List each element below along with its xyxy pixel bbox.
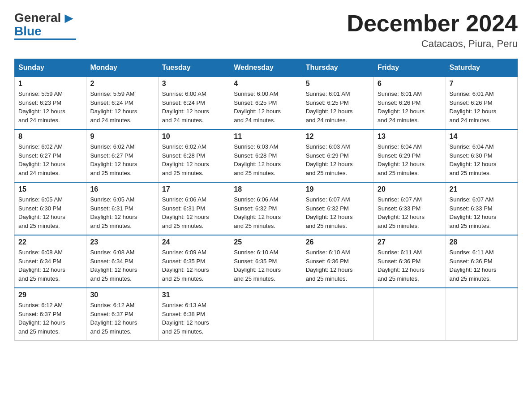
table-row: 7 Sunrise: 6:01 AMSunset: 6:26 PMDayligh…	[446, 77, 517, 129]
day-info: Sunrise: 6:02 AMSunset: 6:27 PMDaylight:…	[18, 143, 65, 176]
table-row: 26 Sunrise: 6:10 AMSunset: 6:36 PMDaylig…	[302, 235, 373, 288]
day-info: Sunrise: 6:06 AMSunset: 6:32 PMDaylight:…	[234, 196, 281, 229]
day-number: 5	[306, 80, 370, 88]
calendar-table: Sunday Monday Tuesday Wednesday Thursday…	[14, 59, 518, 341]
header-wednesday: Wednesday	[230, 59, 302, 77]
table-row: 13 Sunrise: 6:04 AMSunset: 6:29 PMDaylig…	[374, 129, 446, 182]
table-row	[302, 288, 373, 341]
title-block: December 2024 Catacaos, Piura, Peru	[347, 11, 518, 50]
logo-line1: General►	[14, 11, 76, 25]
day-number: 9	[90, 133, 154, 141]
calendar-week-row: 22 Sunrise: 6:08 AMSunset: 6:34 PMDaylig…	[15, 235, 518, 288]
day-number: 25	[234, 238, 298, 246]
day-info: Sunrise: 5:59 AMSunset: 6:23 PMDaylight:…	[18, 90, 65, 124]
table-row: 24 Sunrise: 6:09 AMSunset: 6:35 PMDaylig…	[158, 235, 230, 288]
day-number: 13	[378, 133, 442, 141]
header-thursday: Thursday	[302, 59, 373, 77]
day-number: 26	[306, 238, 370, 246]
day-info: Sunrise: 6:03 AMSunset: 6:29 PMDaylight:…	[306, 143, 353, 176]
day-info: Sunrise: 6:06 AMSunset: 6:31 PMDaylight:…	[162, 196, 209, 229]
logo-arrow-icon: ►	[62, 11, 76, 25]
day-number: 21	[450, 185, 514, 193]
day-number: 10	[162, 133, 226, 141]
day-number: 29	[18, 291, 82, 299]
header-friday: Friday	[374, 59, 446, 77]
main-title: December 2024	[347, 11, 518, 36]
table-row: 11 Sunrise: 6:03 AMSunset: 6:28 PMDaylig…	[230, 129, 302, 182]
table-row: 21 Sunrise: 6:07 AMSunset: 6:33 PMDaylig…	[446, 182, 517, 235]
day-info: Sunrise: 6:08 AMSunset: 6:34 PMDaylight:…	[90, 249, 137, 282]
table-row: 14 Sunrise: 6:04 AMSunset: 6:30 PMDaylig…	[446, 129, 517, 182]
table-row: 5 Sunrise: 6:01 AMSunset: 6:25 PMDayligh…	[302, 77, 373, 129]
day-info: Sunrise: 6:09 AMSunset: 6:35 PMDaylight:…	[162, 249, 209, 282]
logo-general-text: General	[14, 11, 61, 25]
calendar-week-row: 15 Sunrise: 6:05 AMSunset: 6:30 PMDaylig…	[15, 182, 518, 235]
day-number: 3	[162, 80, 226, 88]
day-info: Sunrise: 6:03 AMSunset: 6:28 PMDaylight:…	[234, 143, 281, 176]
table-row: 27 Sunrise: 6:11 AMSunset: 6:36 PMDaylig…	[374, 235, 446, 288]
table-row: 10 Sunrise: 6:02 AMSunset: 6:28 PMDaylig…	[158, 129, 230, 182]
table-row: 15 Sunrise: 6:05 AMSunset: 6:30 PMDaylig…	[15, 182, 86, 235]
day-info: Sunrise: 6:12 AMSunset: 6:37 PMDaylight:…	[90, 302, 137, 335]
day-info: Sunrise: 6:08 AMSunset: 6:34 PMDaylight:…	[18, 249, 65, 282]
day-info: Sunrise: 6:00 AMSunset: 6:25 PMDaylight:…	[234, 90, 281, 124]
table-row: 22 Sunrise: 6:08 AMSunset: 6:34 PMDaylig…	[15, 235, 86, 288]
day-number: 18	[234, 185, 298, 193]
table-row: 1 Sunrise: 5:59 AMSunset: 6:23 PMDayligh…	[15, 77, 86, 129]
calendar-week-row: 1 Sunrise: 5:59 AMSunset: 6:23 PMDayligh…	[15, 77, 518, 129]
day-number: 16	[90, 185, 154, 193]
day-number: 24	[162, 238, 226, 246]
table-row	[446, 288, 517, 341]
table-row: 30 Sunrise: 6:12 AMSunset: 6:37 PMDaylig…	[86, 288, 158, 341]
table-row: 19 Sunrise: 6:07 AMSunset: 6:32 PMDaylig…	[302, 182, 373, 235]
day-number: 2	[90, 80, 154, 88]
day-number: 14	[450, 133, 514, 141]
day-info: Sunrise: 6:07 AMSunset: 6:32 PMDaylight:…	[306, 196, 353, 229]
table-row: 9 Sunrise: 6:02 AMSunset: 6:27 PMDayligh…	[86, 129, 158, 182]
day-info: Sunrise: 6:05 AMSunset: 6:31 PMDaylight:…	[90, 196, 137, 229]
table-row: 3 Sunrise: 6:00 AMSunset: 6:24 PMDayligh…	[158, 77, 230, 129]
day-number: 1	[18, 80, 82, 88]
day-info: Sunrise: 6:10 AMSunset: 6:36 PMDaylight:…	[306, 249, 353, 282]
table-row: 31 Sunrise: 6:13 AMSunset: 6:38 PMDaylig…	[158, 288, 230, 341]
day-info: Sunrise: 6:04 AMSunset: 6:29 PMDaylight:…	[378, 143, 425, 176]
day-number: 22	[18, 238, 82, 246]
day-info: Sunrise: 6:01 AMSunset: 6:26 PMDaylight:…	[378, 90, 425, 124]
day-info: Sunrise: 6:00 AMSunset: 6:24 PMDaylight:…	[162, 90, 209, 124]
day-number: 31	[162, 291, 226, 299]
day-info: Sunrise: 6:11 AMSunset: 6:36 PMDaylight:…	[450, 249, 497, 282]
day-info: Sunrise: 6:02 AMSunset: 6:27 PMDaylight:…	[90, 143, 137, 176]
header-sunday: Sunday	[15, 59, 86, 77]
table-row: 25 Sunrise: 6:10 AMSunset: 6:35 PMDaylig…	[230, 235, 302, 288]
day-info: Sunrise: 6:13 AMSunset: 6:38 PMDaylight:…	[162, 302, 209, 335]
table-row: 28 Sunrise: 6:11 AMSunset: 6:36 PMDaylig…	[446, 235, 517, 288]
day-number: 23	[90, 238, 154, 246]
day-info: Sunrise: 6:04 AMSunset: 6:30 PMDaylight:…	[450, 143, 497, 176]
day-number: 28	[450, 238, 514, 246]
table-row: 6 Sunrise: 6:01 AMSunset: 6:26 PMDayligh…	[374, 77, 446, 129]
day-number: 17	[162, 185, 226, 193]
header-saturday: Saturday	[446, 59, 517, 77]
day-info: Sunrise: 6:12 AMSunset: 6:37 PMDaylight:…	[18, 302, 65, 335]
day-number: 11	[234, 133, 298, 141]
day-number: 19	[306, 185, 370, 193]
logo: General► Blue	[14, 11, 76, 40]
page-header: General► Blue December 2024 Catacaos, Pi…	[14, 11, 518, 50]
table-row: 8 Sunrise: 6:02 AMSunset: 6:27 PMDayligh…	[15, 129, 86, 182]
weekday-header-row: Sunday Monday Tuesday Wednesday Thursday…	[15, 59, 518, 77]
day-info: Sunrise: 6:10 AMSunset: 6:35 PMDaylight:…	[234, 249, 281, 282]
table-row: 29 Sunrise: 6:12 AMSunset: 6:37 PMDaylig…	[15, 288, 86, 341]
day-info: Sunrise: 6:11 AMSunset: 6:36 PMDaylight:…	[378, 249, 425, 282]
table-row: 16 Sunrise: 6:05 AMSunset: 6:31 PMDaylig…	[86, 182, 158, 235]
day-number: 15	[18, 185, 82, 193]
calendar-week-row: 8 Sunrise: 6:02 AMSunset: 6:27 PMDayligh…	[15, 129, 518, 182]
day-info: Sunrise: 6:01 AMSunset: 6:26 PMDaylight:…	[450, 90, 497, 124]
day-info: Sunrise: 6:07 AMSunset: 6:33 PMDaylight:…	[378, 196, 425, 229]
day-info: Sunrise: 6:02 AMSunset: 6:28 PMDaylight:…	[162, 143, 209, 176]
table-row: 23 Sunrise: 6:08 AMSunset: 6:34 PMDaylig…	[86, 235, 158, 288]
day-info: Sunrise: 6:07 AMSunset: 6:33 PMDaylight:…	[450, 196, 497, 229]
subtitle: Catacaos, Piura, Peru	[347, 38, 518, 50]
table-row: 12 Sunrise: 6:03 AMSunset: 6:29 PMDaylig…	[302, 129, 373, 182]
logo-blue-text: Blue	[14, 25, 76, 40]
day-number: 6	[378, 80, 442, 88]
